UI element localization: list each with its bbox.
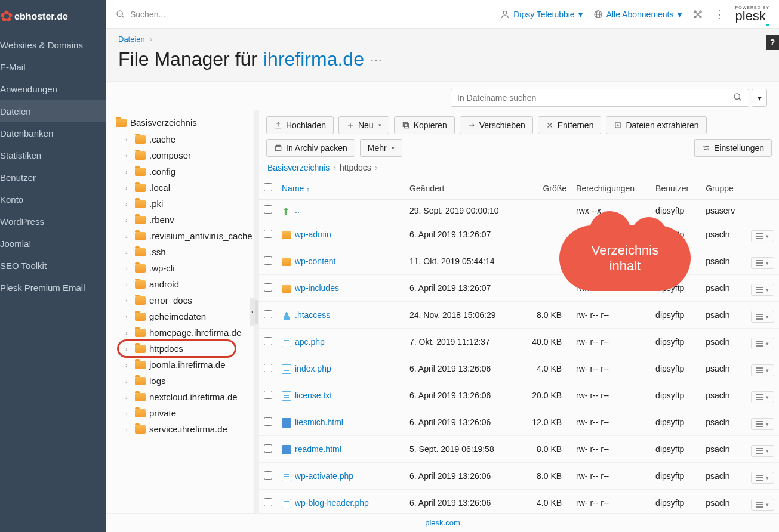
- tree-item[interactable]: ›.revisium_antivirus_cache: [116, 228, 254, 244]
- new-button[interactable]: Neu▾: [338, 116, 389, 134]
- row-menu[interactable]: ▾: [751, 338, 774, 349]
- file-link[interactable]: readme.html: [295, 444, 341, 454]
- file-link[interactable]: liesmich.html: [295, 417, 343, 427]
- row-menu[interactable]: ▾: [751, 445, 774, 457]
- svg-rect-14: [404, 124, 408, 128]
- row-menu[interactable]: ▾: [751, 257, 774, 269]
- nav-item[interactable]: Konto: [0, 188, 106, 211]
- upload-button[interactable]: Hochladen: [266, 116, 334, 134]
- file-link[interactable]: wp-includes: [295, 283, 339, 293]
- row-checkbox[interactable]: [264, 256, 272, 265]
- column-size[interactable]: Größe: [520, 177, 571, 200]
- tree-item[interactable]: ›error_docs: [116, 292, 254, 308]
- tree-item[interactable]: ›.pki: [116, 196, 254, 212]
- nav-item[interactable]: Anwendungen: [0, 78, 106, 100]
- title-more-menu[interactable]: ⋯: [370, 52, 382, 67]
- tree-item[interactable]: ›.config: [116, 163, 254, 180]
- tree-item[interactable]: ›homepage.ihrefirma.de: [116, 324, 254, 341]
- tree-item[interactable]: ›.rbenv: [116, 212, 254, 228]
- nav-item[interactable]: Statistiken: [0, 144, 106, 166]
- page-title-domain[interactable]: ihrefirma.de: [263, 48, 364, 70]
- nav-item[interactable]: E-Mail: [0, 56, 106, 78]
- tree-item[interactable]: ›.local: [116, 180, 254, 196]
- splitter[interactable]: ‹: [254, 110, 259, 513]
- nav-item[interactable]: Joomla!: [0, 233, 106, 255]
- tree-item[interactable]: ›nextcloud.ihrefirma.de: [116, 389, 254, 405]
- nav-item[interactable]: Datenbanken: [0, 122, 106, 144]
- row-menu[interactable]: ▾: [751, 472, 774, 484]
- row-checkbox[interactable]: [264, 337, 272, 345]
- nav-item[interactable]: Dateien: [0, 100, 106, 122]
- tree-item[interactable]: ›.cache: [116, 131, 254, 147]
- row-checkbox[interactable]: [264, 310, 272, 318]
- collapse-tree-button[interactable]: ‹: [250, 298, 255, 326]
- file-link[interactable]: apc.php: [295, 337, 325, 347]
- copy-button[interactable]: Kopieren: [394, 116, 455, 134]
- tree-item[interactable]: ›.ssh: [116, 244, 254, 260]
- column-perms[interactable]: Berechtigungen: [571, 177, 651, 200]
- extract-button[interactable]: Dateien extrahieren: [606, 116, 706, 134]
- nav-item[interactable]: Websites & Domains: [0, 34, 106, 56]
- file-link[interactable]: wp-content: [295, 256, 335, 266]
- more-button[interactable]: Mehr▾: [360, 139, 402, 157]
- file-link[interactable]: ..: [295, 205, 300, 215]
- row-checkbox[interactable]: [264, 230, 272, 238]
- nav-item[interactable]: Benutzer: [0, 166, 106, 188]
- delete-button[interactable]: Entfernen: [538, 116, 602, 134]
- row-checkbox[interactable]: [264, 471, 272, 480]
- file-link[interactable]: index.php: [295, 364, 331, 373]
- row-checkbox[interactable]: [264, 444, 272, 453]
- row-menu[interactable]: ▾: [751, 364, 774, 376]
- archive-button[interactable]: In Archiv packen: [266, 139, 355, 157]
- file-link[interactable]: .htaccess: [295, 310, 330, 320]
- file-search-options[interactable]: ▾: [752, 89, 767, 107]
- global-search[interactable]: Suchen...: [116, 10, 491, 19]
- row-checkbox[interactable]: [264, 417, 272, 426]
- row-menu[interactable]: ▾: [751, 418, 774, 430]
- row-menu[interactable]: ▾: [751, 230, 774, 242]
- tree-item[interactable]: ›service.ihrefirma.de: [116, 421, 254, 437]
- tree-item[interactable]: ›.wp-cli: [116, 260, 254, 276]
- help-button[interactable]: ?: [766, 35, 779, 50]
- row-menu[interactable]: ▾: [751, 391, 774, 403]
- extensions-icon[interactable]: [692, 9, 703, 20]
- tree-item[interactable]: ›httpdocs: [116, 341, 254, 357]
- tree-item[interactable]: ›private: [116, 405, 254, 421]
- tree-root[interactable]: Basisverzeichnis: [116, 117, 254, 128]
- user-menu[interactable]: Dipsy Teletubbie ▾: [500, 10, 582, 19]
- file-link[interactable]: wp-blog-header.php: [295, 498, 369, 508]
- file-search-input[interactable]: [451, 89, 727, 106]
- subscriptions-menu[interactable]: Alle Abonnements ▾: [593, 10, 682, 19]
- row-checkbox[interactable]: [264, 205, 272, 214]
- more-menu[interactable]: ⋮: [714, 8, 725, 21]
- breadcrumb-link[interactable]: Dateien: [118, 35, 145, 44]
- nav-item[interactable]: WordPress: [0, 211, 106, 233]
- move-button[interactable]: Verschieben: [460, 116, 533, 134]
- tree-item[interactable]: ›android: [116, 276, 254, 292]
- file-search-button[interactable]: [727, 89, 749, 106]
- row-menu[interactable]: ▾: [751, 499, 774, 511]
- file-link[interactable]: license.txt: [295, 391, 332, 400]
- row-checkbox[interactable]: [264, 364, 272, 372]
- file-link[interactable]: wp-activate.php: [295, 471, 353, 481]
- select-all-checkbox[interactable]: [264, 183, 272, 191]
- file-link[interactable]: wp-admin: [295, 230, 331, 239]
- column-user[interactable]: Benutzer: [651, 177, 701, 200]
- column-modified[interactable]: Geändert: [405, 177, 520, 200]
- tree-item[interactable]: ›logs: [116, 373, 254, 389]
- tree-item[interactable]: ›joomla.ihrefirma.de: [116, 357, 254, 373]
- nav-item[interactable]: Plesk Premium Email: [0, 277, 106, 299]
- settings-button[interactable]: Einstellungen: [694, 139, 772, 157]
- row-checkbox[interactable]: [264, 498, 272, 506]
- column-group[interactable]: Gruppe: [701, 177, 746, 200]
- footer-link[interactable]: plesk.com: [425, 518, 460, 527]
- tree-item[interactable]: ›geheimedaten: [116, 308, 254, 324]
- breadcrumb-root[interactable]: Basisverzeichnis: [267, 163, 330, 172]
- column-name[interactable]: Name ↑: [277, 177, 405, 200]
- row-checkbox[interactable]: [264, 283, 272, 292]
- row-menu[interactable]: ▾: [751, 284, 774, 296]
- tree-item[interactable]: ›.composer: [116, 147, 254, 163]
- row-menu[interactable]: ▾: [751, 311, 774, 323]
- row-checkbox[interactable]: [264, 391, 272, 399]
- nav-item[interactable]: SEO Toolkit: [0, 255, 106, 277]
